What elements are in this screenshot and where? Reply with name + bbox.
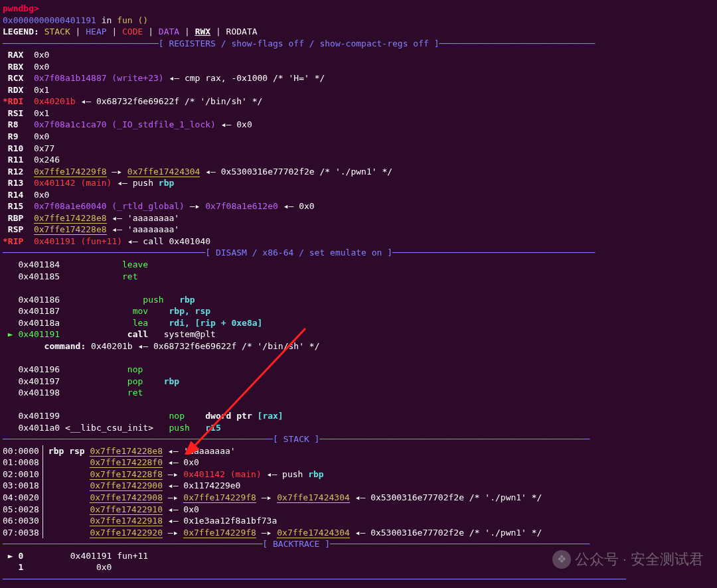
reg-RSI: RSI 0x1 [3, 108, 714, 119]
registers-block: RAX 0x0 RBX 0x0 RCX 0x7f08a1b14887 (writ… [3, 49, 714, 247]
reg-RBP: RBP 0x7ffe174228e8 ◂— 'aaaaaaaa' [3, 212, 714, 224]
reg-R12: R12 0x7ffe174229f8 —▸ 0x7ffe17424304 ◂— … [3, 166, 714, 178]
section-backtrace-sep: ────────────────────────────────────────… [3, 538, 714, 550]
reg-R15: R15 0x7f08a1e60040 (_rtld_global) —▸ 0x7… [3, 200, 714, 212]
wechat-icon: ❖ [552, 550, 571, 569]
reg-R9: R9 0x0 [3, 131, 714, 143]
reg-RIP: *RIP 0x401191 (fun+11) ◂— call 0x401040 [3, 236, 714, 248]
prompt-line[interactable]: pwndbg> [3, 3, 714, 15]
stack-row: 04:0020 0x7ffe17422908 —▸ 0x7ffe174229f8… [3, 492, 714, 504]
stack-row: 01:0008 0x7ffe174228f0 ◂— 0x0 [3, 457, 714, 469]
disasm-line: 0x401185 ret [3, 271, 714, 283]
watermark-text: 公众号 · 安全测试君 [575, 550, 704, 569]
disasm-line: command: 0x40201b ◂— 0x68732f6e69622f /*… [3, 340, 714, 352]
disasm-line: 0x401199 nop dword ptr [rax] [3, 410, 714, 422]
section-stack-sep: ────────────────────────────────────────… [3, 433, 714, 445]
disasm-line [3, 282, 714, 294]
disasm-line: 0x401187 mov rbp, rsp [3, 305, 714, 317]
disasm-line: 0x4011a0 <__libc_csu_init> push r15 [3, 422, 714, 434]
stack-row: 06:0030 0x7ffe17422918 ◂— 0x1e3aa12f8a1b… [3, 515, 714, 527]
disasm-line: 0x401186 push rbp [3, 294, 714, 306]
reg-RDI: *RDI 0x40201b ◂— 0x68732f6e69622f /* '/b… [3, 96, 714, 108]
stack-block: 00:0000 rbp rsp 0x7ffe174228e8 ◂— 'aaaaa… [3, 445, 714, 538]
reg-RCX: RCX 0x7f08a1b14887 (write+23) ◂— cmp rax… [3, 72, 714, 84]
stack-row: 00:0000 rbp rsp 0x7ffe174228e8 ◂— 'aaaaa… [3, 445, 714, 457]
legend-line: LEGEND: STACK | HEAP | CODE | DATA | RWX… [3, 26, 714, 38]
reg-R14: R14 0x0 [3, 189, 714, 201]
watermark: ❖ 公众号 · 安全测试君 [552, 550, 704, 569]
disasm-line: 0x40118a lea rdi, [rip + 0xe8a] [3, 317, 714, 329]
bottom-sep: ────────────────────────────────────────… [3, 573, 714, 585]
location-address: 0x0000000000401191 [3, 15, 96, 25]
section-registers-sep: ──────────────────────────────[ REGISTER… [3, 38, 714, 50]
prompt-text: pwndbg> [3, 3, 39, 13]
location-line: 0x0000000000401191 in fun () [3, 15, 714, 27]
disasm-block: 0x401184 leave 0x401185 ret 0x401186 pus… [3, 259, 714, 433]
reg-R8: R8 0x7f08a1c1ca70 (_IO_stdfile_1_lock) ◂… [3, 119, 714, 131]
reg-R10: R10 0x77 [3, 143, 714, 155]
reg-RDX: RDX 0x1 [3, 84, 714, 96]
disasm-line [3, 399, 714, 411]
stack-row: 03:0018 0x7ffe17422900 ◂— 0x1174229e0 [3, 480, 714, 492]
disasm-line: 0x401198 ret [3, 387, 714, 399]
disasm-line: 0x401184 leave [3, 259, 714, 271]
reg-R13: R13 0x401142 (main) ◂— push rbp [3, 177, 714, 189]
stack-row: 07:0038 0x7ffe17422920 —▸ 0x7ffe174229f8… [3, 527, 714, 539]
disasm-line: 0x401196 nop [3, 364, 714, 376]
location-function: fun () [117, 15, 148, 25]
reg-RBX: RBX 0x0 [3, 61, 714, 73]
reg-R11: R11 0x246 [3, 154, 714, 166]
reg-RAX: RAX 0x0 [3, 49, 714, 61]
disasm-line: ► 0x401191 call system@plt [3, 329, 714, 340]
stack-row: 05:0028 0x7ffe17422910 ◂— 0x0 [3, 504, 714, 516]
disasm-line: 0x401197 pop rbp [3, 376, 714, 388]
disasm-line [3, 352, 714, 364]
section-disasm-sep: ───────────────────────────────────────[… [3, 247, 714, 259]
stack-row: 02:0010 0x7ffe174228f8 —▸ 0x401142 (main… [3, 469, 714, 480]
reg-RSP: RSP 0x7ffe174228e8 ◂— 'aaaaaaaa' [3, 224, 714, 236]
